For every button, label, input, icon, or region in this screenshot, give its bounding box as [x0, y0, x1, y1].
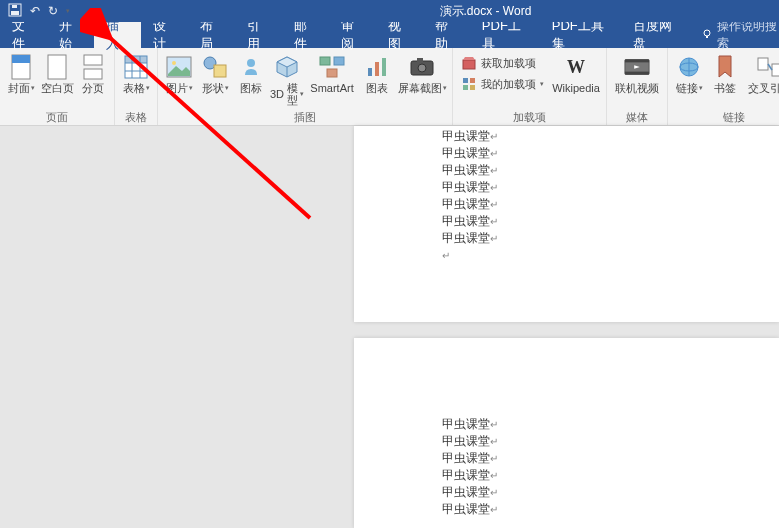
table-icon — [123, 54, 149, 80]
bookmark-icon — [712, 54, 738, 80]
ribbon: 封面▾ 空白页 分页 页面 表格▾ 表格 图片▾ — [0, 48, 779, 126]
wikipedia-icon: W — [563, 54, 589, 80]
group-addins: 获取加载项 我的加载项 ▾ W Wikipedia 加载项 — [453, 48, 607, 125]
paragraph-mark: ↵ — [490, 199, 498, 210]
paragraph-mark: ↵ — [490, 436, 498, 447]
paragraph-mark: ↵ — [442, 250, 450, 261]
svg-rect-6 — [12, 55, 30, 63]
table-button[interactable]: 表格▾ — [119, 50, 153, 94]
3d-models-button[interactable]: 3D模型▾ — [270, 50, 304, 106]
svg-point-17 — [172, 61, 176, 65]
tab-pdf-toolset[interactable]: PDF工具集 — [540, 22, 621, 48]
paragraph-mark: ↵ — [490, 131, 498, 142]
icons-icon — [238, 54, 264, 80]
blank-page-button[interactable]: 空白页 — [40, 50, 74, 94]
page-2[interactable]: 甲虫课堂↵ 甲虫课堂↵ 甲虫课堂↵ 甲虫课堂↵ 甲虫课堂↵ 甲虫课堂↵ — [354, 338, 779, 528]
title-bar: ↶ ↻ ▾ 演示.docx - Word — [0, 0, 779, 22]
svg-rect-30 — [417, 58, 423, 62]
tab-baidu[interactable]: 百度网盘 — [621, 22, 691, 48]
paragraph-mark: ↵ — [490, 487, 498, 498]
screenshot-button[interactable]: 屏幕截图▾ — [396, 50, 448, 94]
online-video-button[interactable]: 联机视频 — [611, 50, 663, 94]
paragraph-mark: ↵ — [490, 233, 498, 244]
group-label-tables: 表格 — [125, 109, 147, 125]
pictures-icon — [166, 54, 192, 80]
qat-customize-icon[interactable]: ▾ — [66, 7, 70, 15]
cover-page-button[interactable]: 封面▾ — [4, 50, 38, 94]
group-links: 链接▾ 书签 交叉引用 链接 — [668, 48, 779, 125]
paragraph-mark: ↵ — [490, 148, 498, 159]
link-button[interactable]: 链接▾ — [672, 50, 706, 94]
svg-point-29 — [418, 64, 426, 72]
group-label-media: 媒体 — [626, 109, 648, 125]
tab-file[interactable]: 文件 — [0, 22, 47, 48]
svg-rect-27 — [382, 58, 386, 76]
blank-page-icon — [44, 54, 70, 80]
undo-icon[interactable]: ↶ — [30, 4, 40, 18]
page-1[interactable]: 甲虫课堂↵ 甲虫课堂↵ 甲虫课堂↵ 甲虫课堂↵ 甲虫课堂↵ 甲虫课堂↵ 甲虫课堂… — [354, 126, 779, 322]
svg-point-20 — [247, 59, 255, 67]
svg-rect-7 — [48, 55, 66, 79]
tab-view[interactable]: 视图 — [376, 22, 423, 48]
document-text[interactable]: 甲虫课堂↵ 甲虫课堂↵ 甲虫课堂↵ 甲虫课堂↵ 甲虫课堂↵ 甲虫课堂↵ — [442, 416, 498, 518]
3d-icon — [274, 54, 300, 80]
save-icon[interactable] — [8, 3, 22, 20]
pictures-button[interactable]: 图片▾ — [162, 50, 196, 94]
my-addins-button[interactable]: 我的加载项 ▾ — [457, 74, 548, 94]
store-icon — [461, 55, 477, 71]
smartart-icon — [319, 54, 345, 80]
tab-insert[interactable]: 插入 — [94, 22, 141, 48]
tab-pdf-tools[interactable]: PDF工具 — [470, 22, 540, 48]
svg-rect-19 — [214, 65, 226, 77]
svg-rect-23 — [334, 57, 344, 65]
tab-layout[interactable]: 布局 — [188, 22, 235, 48]
page-break-icon — [80, 54, 106, 80]
shapes-icon — [202, 54, 228, 80]
tab-references[interactable]: 引用 — [235, 22, 282, 48]
svg-rect-26 — [375, 62, 379, 76]
video-icon — [624, 54, 650, 80]
group-tables: 表格▾ 表格 — [115, 48, 158, 125]
group-label-links: 链接 — [723, 109, 745, 125]
shapes-button[interactable]: 形状▾ — [198, 50, 232, 94]
svg-rect-24 — [327, 69, 337, 77]
cover-page-icon — [8, 54, 34, 80]
svg-rect-43 — [772, 64, 779, 76]
smartart-button[interactable]: SmartArt — [306, 50, 358, 94]
svg-rect-38 — [625, 72, 649, 75]
group-pages: 封面▾ 空白页 分页 页面 — [0, 48, 115, 125]
get-addins-button[interactable]: 获取加载项 — [457, 53, 548, 73]
wikipedia-button[interactable]: W Wikipedia — [550, 50, 602, 94]
svg-rect-35 — [470, 85, 475, 90]
tab-home[interactable]: 开始 — [47, 22, 94, 48]
svg-rect-9 — [84, 69, 102, 79]
tab-help[interactable]: 帮助 — [423, 22, 470, 48]
tab-mailings[interactable]: 邮件 — [282, 22, 329, 48]
svg-rect-42 — [758, 58, 768, 70]
document-text[interactable]: 甲虫课堂↵ 甲虫课堂↵ 甲虫课堂↵ 甲虫课堂↵ 甲虫课堂↵ 甲虫课堂↵ 甲虫课堂… — [442, 128, 498, 264]
group-label-pages: 页面 — [46, 109, 68, 125]
svg-rect-34 — [463, 85, 468, 90]
svg-rect-32 — [463, 78, 468, 83]
cross-reference-button[interactable]: 交叉引用 — [744, 50, 779, 94]
group-label-illustrations: 插图 — [294, 109, 316, 125]
icons-button[interactable]: 图标 — [234, 50, 268, 94]
page-break-button[interactable]: 分页 — [76, 50, 110, 94]
document-area[interactable]: 甲虫课堂↵ 甲虫课堂↵ 甲虫课堂↵ 甲虫课堂↵ 甲虫课堂↵ 甲虫课堂↵ 甲虫课堂… — [0, 126, 779, 528]
chart-button[interactable]: 图表 — [360, 50, 394, 94]
svg-rect-2 — [12, 5, 17, 8]
camera-icon — [409, 54, 435, 80]
paragraph-mark: ↵ — [490, 216, 498, 227]
tab-design[interactable]: 设计 — [141, 22, 188, 48]
redo-icon[interactable]: ↻ — [48, 4, 58, 18]
group-label-addins: 加载项 — [513, 109, 546, 125]
svg-rect-8 — [84, 55, 102, 65]
svg-rect-31 — [463, 60, 475, 69]
ribbon-tabs: 文件 开始 插入 设计 布局 引用 邮件 审阅 视图 帮助 PDF工具 PDF工… — [0, 22, 779, 48]
chevron-down-icon: ▾ — [225, 84, 229, 92]
tab-review[interactable]: 审阅 — [329, 22, 376, 48]
tell-me-search[interactable]: 操作说明搜索 — [691, 22, 779, 48]
bookmark-button[interactable]: 书签 — [708, 50, 742, 94]
svg-rect-4 — [706, 36, 708, 38]
chevron-down-icon: ▾ — [300, 90, 304, 98]
